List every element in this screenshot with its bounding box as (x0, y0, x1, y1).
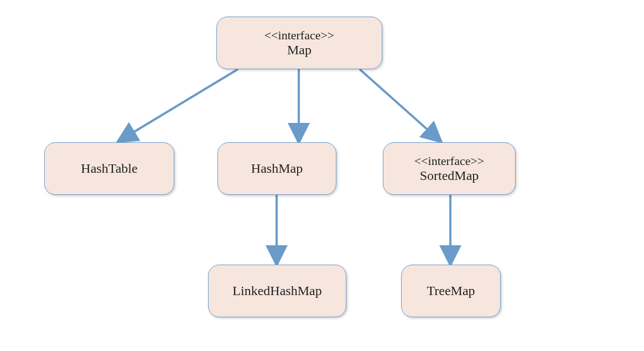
hashmap-node: HashMap (217, 142, 336, 195)
treemap-name: TreeMap (427, 283, 475, 298)
hashtable-name: HashTable (81, 161, 137, 176)
hashmap-name: HashMap (251, 161, 303, 176)
sortedmap-name: SortedMap (420, 168, 479, 183)
hashtable-node: HashTable (44, 142, 174, 195)
linkedhashmap-name: LinkedHashMap (232, 283, 321, 298)
map-name: Map (287, 43, 311, 58)
map-interface-node: <<interface>> Map (216, 17, 382, 69)
sortedmap-interface-node: <<interface>> SortedMap (383, 142, 516, 195)
map-stereotype: <<interface>> (264, 28, 335, 43)
sortedmap-stereotype: <<interface>> (414, 154, 485, 168)
linkedhashmap-node: LinkedHashMap (208, 265, 346, 317)
arrow-map-to-sortedmap (360, 69, 440, 141)
arrow-map-to-hashtable (120, 69, 238, 141)
treemap-node: TreeMap (401, 265, 501, 317)
